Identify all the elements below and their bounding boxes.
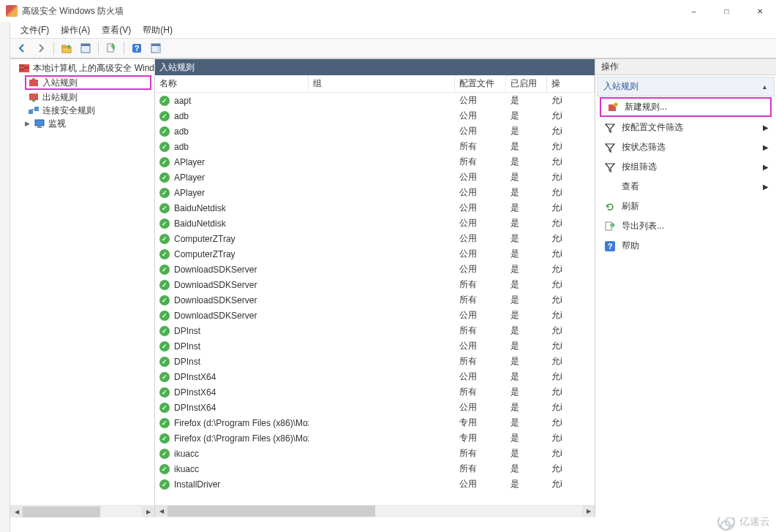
rule-row[interactable]: DPInstX64所有是允i: [155, 384, 595, 400]
rule-row[interactable]: Firefox (d:\Program Files (x86)\Mozill..…: [155, 430, 595, 446]
rule-action: 允i: [547, 355, 595, 368]
rule-row[interactable]: APlayer所有是允i: [155, 154, 595, 170]
rule-row[interactable]: DownloadSDKServer所有是允i: [155, 292, 595, 308]
firewall-icon: [18, 62, 30, 74]
rule-action: 允i: [547, 432, 595, 444]
action-item[interactable]: 刷新: [597, 197, 775, 216]
connection-security-icon: [28, 104, 39, 116]
rule-row[interactable]: DPInst公用是允i: [155, 338, 595, 354]
maximize-button[interactable]: □: [710, 0, 743, 22]
scroll-right-button[interactable]: ▶: [142, 506, 154, 517]
scroll-left-button[interactable]: ◀: [155, 506, 167, 517]
allow-icon: [159, 265, 170, 275]
action-item[interactable]: 按组筛选▶: [597, 157, 775, 177]
action-item[interactable]: 按状态筛选▶: [597, 137, 775, 157]
rule-action: 允i: [547, 232, 595, 245]
rule-name: BaiduNetdisk: [174, 203, 226, 213]
scroll-left-button[interactable]: ◀: [10, 506, 23, 517]
scroll-thumb[interactable]: [23, 506, 100, 517]
rule-row[interactable]: DownloadSDKServer所有是允i: [155, 277, 595, 292]
allow-icon: [159, 203, 170, 213]
rule-row[interactable]: aapt公用是允i: [155, 93, 595, 108]
scroll-track[interactable]: [23, 506, 142, 517]
rule-row[interactable]: adb公用是允i: [155, 123, 595, 139]
rule-name: adb: [174, 111, 189, 121]
svg-text:?: ?: [608, 242, 613, 251]
action-item[interactable]: 导出列表...: [597, 216, 775, 236]
rule-name: ikuacc: [174, 449, 199, 459]
scroll-right-button[interactable]: ▶: [582, 506, 595, 517]
rules-list-body[interactable]: aapt公用是允iadb公用是允iadb公用是允iadb所有是允iAPlayer…: [155, 93, 595, 505]
menu-help[interactable]: 帮助(H): [138, 23, 177, 38]
rule-row[interactable]: adb所有是允i: [155, 139, 595, 154]
action-item[interactable]: 新建规则...: [600, 97, 772, 117]
col-profile[interactable]: 配置文件: [455, 75, 506, 92]
rule-action: 允i: [547, 401, 595, 414]
col-group[interactable]: 组: [309, 75, 455, 92]
expand-arrow-icon[interactable]: ▶: [25, 120, 34, 127]
tree-root[interactable]: 本地计算机 上的高级安全 Wind: [10, 61, 154, 75]
close-button[interactable]: ✕: [743, 0, 776, 22]
actions-section-title[interactable]: 入站规则 ▲: [597, 77, 775, 96]
rule-row[interactable]: ikuacc所有是允i: [155, 446, 595, 461]
rule-row[interactable]: DownloadSDKServer公用是允i: [155, 308, 595, 323]
filter-icon: [604, 162, 616, 173]
rule-profile: 公用: [455, 478, 506, 490]
rule-row[interactable]: ComputerZTray公用是允i: [155, 246, 595, 262]
rule-row[interactable]: ComputerZTray公用是允i: [155, 231, 595, 246]
tree-hscrollbar[interactable]: ◀ ▶: [10, 505, 154, 517]
rules-hscrollbar[interactable]: ◀ ▶: [155, 505, 595, 517]
rule-row[interactable]: DownloadSDKServer公用是允i: [155, 262, 595, 277]
minimize-button[interactable]: –: [677, 0, 710, 22]
tree-item-monitor[interactable]: ▶ 监视: [10, 117, 154, 130]
rule-name: DownloadSDKServer: [174, 280, 257, 290]
rule-row[interactable]: Firefox (d:\Program Files (x86)\Mozill..…: [155, 415, 595, 430]
help-button[interactable]: ?: [128, 40, 146, 56]
chevron-right-icon: ▶: [763, 143, 769, 151]
rule-row[interactable]: APlayer公用是允i: [155, 185, 595, 200]
tree-item-inbound[interactable]: 入站规则: [25, 75, 151, 90]
properties-button[interactable]: [77, 40, 94, 56]
rule-row[interactable]: DPInst所有是允i: [155, 323, 595, 338]
rule-row[interactable]: APlayer公用是允i: [155, 170, 595, 185]
action-item[interactable]: 查看▶: [597, 177, 775, 197]
rule-name: ComputerZTray: [174, 249, 236, 259]
rule-row[interactable]: InstallDriver公用是允i: [155, 476, 595, 492]
svg-rect-1: [62, 45, 66, 48]
rule-row[interactable]: DPInstX64公用是允i: [155, 400, 595, 415]
scroll-track[interactable]: [167, 506, 582, 517]
action-label: 按组筛选: [622, 161, 657, 173]
rule-profile: 公用: [455, 232, 506, 245]
inbound-rules-icon: [28, 77, 39, 88]
rule-row[interactable]: DPInstX64公用是允i: [155, 369, 595, 384]
collapse-icon[interactable]: ▲: [761, 83, 768, 91]
up-level-button[interactable]: [58, 40, 75, 56]
nav-forward-button[interactable]: [32, 40, 50, 56]
rule-row[interactable]: DPInst所有是允i: [155, 354, 595, 369]
menu-file[interactable]: 文件(F): [16, 23, 53, 38]
rule-row[interactable]: BaiduNetdisk公用是允i: [155, 216, 595, 231]
action-item[interactable]: 按配置文件筛选▶: [597, 118, 775, 137]
nav-back-button[interactable]: [13, 40, 31, 56]
show-hide-button[interactable]: [147, 40, 165, 56]
tree-item-connection[interactable]: 连接安全规则: [10, 104, 154, 117]
menu-view[interactable]: 查看(V): [97, 23, 135, 38]
rule-row[interactable]: adb公用是允i: [155, 108, 595, 123]
menu-action[interactable]: 操作(A): [56, 23, 94, 38]
rule-action: 允i: [547, 386, 595, 398]
rule-enabled: 是: [506, 202, 547, 214]
rule-enabled: 是: [506, 355, 547, 368]
new-rule-icon: [607, 102, 619, 113]
blank-icon: [604, 181, 616, 193]
scroll-thumb[interactable]: [167, 506, 375, 517]
col-name[interactable]: 名称: [155, 75, 309, 92]
rule-row[interactable]: ikuacc所有是允i: [155, 461, 595, 476]
tree-item-outbound[interactable]: 出站规则: [10, 91, 154, 104]
action-item[interactable]: ?帮助: [597, 236, 775, 256]
allow-icon: [159, 479, 170, 490]
col-enabled[interactable]: 已启用: [506, 75, 547, 92]
export-button[interactable]: [102, 40, 120, 56]
rule-enabled: 是: [506, 248, 547, 260]
rule-row[interactable]: BaiduNetdisk公用是允i: [155, 200, 595, 216]
col-action[interactable]: 操: [547, 75, 595, 92]
